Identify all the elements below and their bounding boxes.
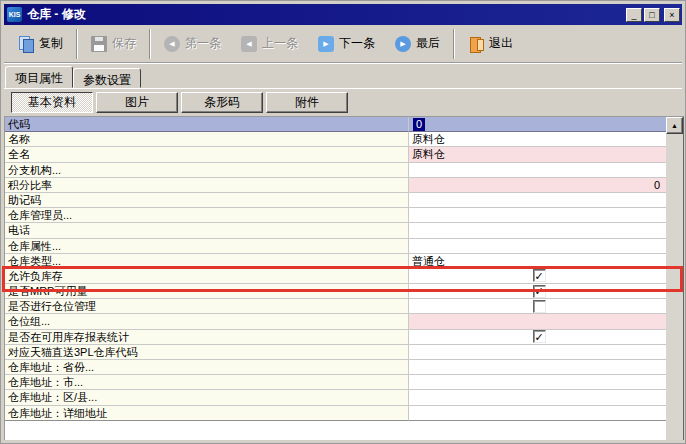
grid-row-value[interactable]: [409, 239, 666, 254]
grid-row-value[interactable]: ✓: [409, 269, 666, 284]
subtab-strip: 基本资料图片条形码附件: [11, 92, 348, 113]
tab-pane-edge: [4, 88, 682, 89]
grid-row[interactable]: 仓库类型... 普通仓: [5, 254, 666, 269]
subtab-3[interactable]: 附件: [266, 92, 348, 113]
value-text: 普通仓: [412, 254, 445, 268]
first-button-label: 第一条: [185, 35, 221, 52]
grid-row-label: 代码: [5, 117, 409, 132]
last-button[interactable]: ▶ 最后: [385, 29, 450, 59]
grid-row[interactable]: 是否在可用库存报表统计 ✓: [5, 330, 666, 345]
window-controls: _□×: [626, 8, 680, 22]
tab-0[interactable]: 项目属性: [5, 66, 73, 88]
grid-row-label: 对应天猫直送3PL仓库代码: [5, 345, 409, 360]
first-button[interactable]: ◀ 第一条: [154, 29, 231, 59]
value-text: 原料仓: [412, 132, 445, 146]
grid-row-value[interactable]: [409, 390, 666, 405]
window-title: 仓库 - 修改: [27, 6, 626, 23]
grid-row-value[interactable]: [409, 345, 666, 360]
value-text: 0: [654, 178, 660, 192]
grid-row[interactable]: 助记码: [5, 193, 666, 208]
grid-row[interactable]: 全名 原料仓: [5, 147, 666, 162]
grid-row-label: 仓库地址：区/县...: [5, 390, 409, 405]
grid-row[interactable]: 仓库属性...: [5, 239, 666, 254]
grid-row[interactable]: 积分比率 0: [5, 178, 666, 193]
grid-row[interactable]: 是否进行仓位管理: [5, 299, 666, 314]
grid-row-label: 仓库地址：详细地址: [5, 406, 409, 421]
grid-row-value[interactable]: [409, 360, 666, 375]
grid-row-label: 电话: [5, 223, 409, 238]
toolbar-separator: [453, 29, 455, 59]
grid-row[interactable]: 分支机构...: [5, 163, 666, 178]
grid-row[interactable]: 仓库地址：详细地址: [5, 406, 666, 421]
grid-row[interactable]: 仓库管理员...: [5, 208, 666, 223]
copy-button-label: 复制: [39, 35, 63, 52]
grid-row-value[interactable]: 普通仓: [409, 254, 666, 269]
last-button-label: 最后: [416, 35, 440, 52]
grid-row-value[interactable]: [409, 223, 666, 238]
exit-icon: [468, 36, 484, 52]
save-button[interactable]: 保存: [81, 29, 146, 59]
grid-row-value[interactable]: [409, 163, 666, 178]
grid-row-value[interactable]: [409, 406, 666, 421]
grid-row[interactable]: 允许负库存 ✓: [5, 269, 666, 284]
selected-value-text: 0: [413, 118, 425, 131]
title-bar: KIS 仓库 - 修改 _□×: [4, 4, 682, 25]
grid-row[interactable]: 是否MRP可用量 ✓: [5, 284, 666, 299]
scroll-up-button[interactable]: ▲: [666, 117, 683, 134]
grid-row-label: 仓库管理员...: [5, 208, 409, 223]
tab-1[interactable]: 参数设置: [73, 68, 141, 88]
grid-row[interactable]: 仓位组...: [5, 314, 666, 329]
grid-row-label: 仓位组...: [5, 314, 409, 329]
prev-button[interactable]: ◀ 上一条: [231, 29, 308, 59]
grid-row-label: 积分比率: [5, 178, 409, 193]
grid-row-value[interactable]: ✓: [409, 330, 666, 345]
minimize-button[interactable]: _: [626, 8, 642, 22]
subtab-1[interactable]: 图片: [96, 92, 178, 113]
grid-row-value[interactable]: 原料仓: [409, 132, 666, 147]
grid-row-label: 仓库地址：市...: [5, 375, 409, 390]
grid-row-value[interactable]: 0: [409, 178, 666, 193]
maximize-button[interactable]: □: [644, 8, 660, 22]
prev-button-label: 上一条: [262, 35, 298, 52]
next-button[interactable]: ▶ 下一条: [308, 29, 385, 59]
grid-row-value[interactable]: 原料仓: [409, 147, 666, 162]
tab-strip: 项目属性参数设置: [4, 66, 682, 88]
grid-row[interactable]: 名称 原料仓: [5, 132, 666, 147]
exit-button[interactable]: 退出: [458, 29, 523, 59]
checkbox[interactable]: ✓: [533, 285, 546, 298]
grid-row[interactable]: 仓库地址：市...: [5, 375, 666, 390]
checkbox[interactable]: [533, 300, 546, 313]
grid-row[interactable]: 代码 0: [5, 117, 666, 132]
grid-row-label: 分支机构...: [5, 163, 409, 178]
grid-row[interactable]: 仓库地址：区/县...: [5, 390, 666, 405]
copy-button[interactable]: 复制: [8, 29, 73, 59]
subtab-2[interactable]: 条形码: [181, 92, 263, 113]
grid-row-label: 仓库地址：省份...: [5, 360, 409, 375]
grid-row-label: 仓库类型...: [5, 254, 409, 269]
grid-row-value[interactable]: 0: [409, 117, 666, 132]
toolbar-separator: [149, 29, 151, 59]
grid-row[interactable]: 电话: [5, 223, 666, 238]
grid-row-value[interactable]: [409, 193, 666, 208]
grid-row-label: 助记码: [5, 193, 409, 208]
scrollbar-track[interactable]: [666, 134, 682, 440]
grid-row[interactable]: 对应天猫直送3PL仓库代码: [5, 345, 666, 360]
checkbox[interactable]: ✓: [533, 330, 546, 343]
save-button-label: 保存: [112, 35, 136, 52]
close-button[interactable]: ×: [664, 8, 680, 22]
subtab-0[interactable]: 基本资料: [11, 92, 93, 113]
warehouse-modify-window: KIS 仓库 - 修改 _□× 复制 保存 ◀ 第一条 ◀ 上一条 ▶ 下一条 …: [0, 0, 686, 444]
checkbox[interactable]: ✓: [533, 269, 546, 282]
grid-row-label: 是否进行仓位管理: [5, 299, 409, 314]
next-button-label: 下一条: [339, 35, 375, 52]
grid-row[interactable]: 仓库地址：省份...: [5, 360, 666, 375]
grid-row-value[interactable]: ✓: [409, 284, 666, 299]
grid-row-value[interactable]: [409, 314, 666, 329]
kis-logo-icon: KIS: [7, 7, 22, 22]
grid-row-value[interactable]: [409, 208, 666, 223]
next-icon: ▶: [318, 36, 334, 52]
vertical-scrollbar[interactable]: ▲: [666, 116, 684, 440]
grid-row-value[interactable]: [409, 375, 666, 390]
toolbar: 复制 保存 ◀ 第一条 ◀ 上一条 ▶ 下一条 ▶ 最后 退出: [4, 25, 682, 63]
grid-row-value[interactable]: [409, 299, 666, 314]
